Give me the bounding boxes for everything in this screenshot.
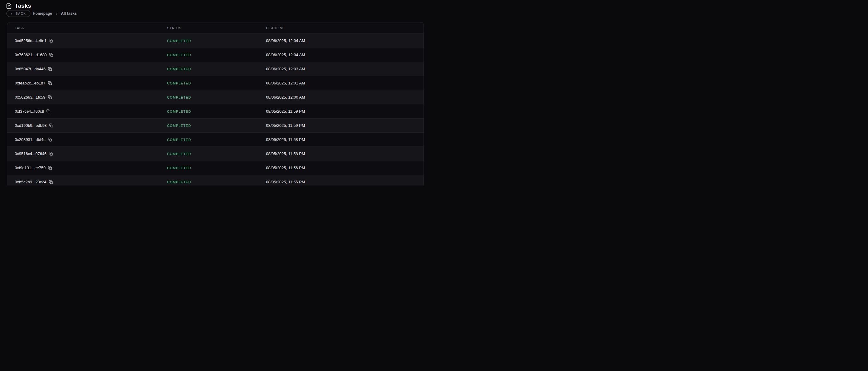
breadcrumb-item-homepage[interactable]: Homepage [33,11,52,16]
status-value: COMPLETED [167,39,266,43]
page-title: Tasks [15,2,31,9]
column-header-deadline: DEADLINE [266,26,416,30]
task-cell: 0x562b63...1fc59 [15,95,167,99]
task-hash: 0xf9e131...ee759 [15,165,45,170]
table-row[interactable]: 0x9516c4...07646 COMPLETED 08/05/2025, 1… [7,147,424,161]
column-header-task: TASK [15,26,167,30]
deadline-value: 08/05/2025, 11:56 PM [266,180,416,184]
breadcrumb: Homepage All tasks [33,11,77,16]
task-cell: 0xf37ce4...f60c8 [15,109,167,114]
task-hash: 0x9516c4...07646 [15,151,46,156]
copy-icon [48,95,52,99]
table-row[interactable]: 0xd5256c...4e8e1 COMPLETED 08/06/2025, 1… [7,34,424,48]
status-value: COMPLETED [167,82,266,85]
status-value: COMPLETED [167,152,266,156]
task-hash: 0xd5256c...4e8e1 [15,38,46,43]
back-button[interactable]: BACK [6,10,30,17]
tasks-table: TASK STATUS DEADLINE 0xd5256c...4e8e1 CO… [7,22,424,185]
table-row[interactable]: 0x65947f...da446 COMPLETED 08/06/2025, 1… [7,62,424,76]
deadline-value: 08/06/2025, 12:01 AM [266,81,416,85]
deadline-value: 08/06/2025, 12:03 AM [266,67,416,71]
back-label: BACK [16,12,26,16]
status-value: COMPLETED [167,53,266,57]
copy-button[interactable] [49,123,53,127]
copy-icon [49,123,53,127]
task-cell: 0x65947f...da446 [15,67,167,71]
check-square-icon [6,3,12,9]
breadcrumb-item-all-tasks: All tasks [61,11,77,16]
deadline-value: 08/05/2025, 11:59 PM [266,123,416,128]
nav-row: BACK Homepage All tasks [6,10,77,17]
table-row[interactable]: 0xf37ce4...f60c8 COMPLETED 08/05/2025, 1… [7,104,424,119]
deadline-value: 08/06/2025, 12:04 AM [266,38,416,43]
copy-icon [49,152,53,156]
task-cell: 0x203931...dbf4c [15,137,167,142]
task-hash: 0x562b63...1fc59 [15,95,45,99]
copy-button[interactable] [49,180,53,184]
table-row[interactable]: 0xfeab2c...eb1d7 COMPLETED 08/06/2025, 1… [7,76,424,90]
copy-button[interactable] [48,166,52,170]
deadline-value: 08/05/2025, 11:56 PM [266,165,416,170]
table-row[interactable]: 0x562b63...1fc59 COMPLETED 08/06/2025, 1… [7,90,424,104]
table-row[interactable]: 0xb5c2b9...23c24 COMPLETED 08/05/2025, 1… [7,175,424,185]
copy-button[interactable] [48,67,52,71]
task-cell: 0x763621...d1680 [15,53,167,57]
task-hash: 0x763621...d1680 [15,53,47,57]
table-row[interactable]: 0x203931...dbf4c COMPLETED 08/05/2025, 1… [7,133,424,147]
copy-icon [49,53,53,57]
copy-button[interactable] [48,137,52,142]
copy-button[interactable] [48,81,52,85]
copy-button[interactable] [48,95,52,99]
deadline-value: 08/05/2025, 11:58 PM [266,151,416,156]
chevron-left-icon [10,12,13,16]
task-hash: 0xf37ce4...f60c8 [15,109,44,114]
status-value: COMPLETED [167,124,266,127]
copy-icon [48,166,52,170]
task-hash: 0xd190b9...edb98 [15,123,47,128]
chevron-right-icon [55,12,58,16]
deadline-value: 08/05/2025, 11:58 PM [266,137,416,142]
table-row[interactable]: 0xf9e131...ee759 COMPLETED 08/05/2025, 1… [7,161,424,175]
status-value: COMPLETED [167,95,266,99]
task-hash: 0xfeab2c...eb1d7 [15,81,45,85]
copy-button[interactable] [49,39,53,43]
copy-icon [48,81,52,85]
task-hash: 0xb5c2b9...23c24 [15,180,46,184]
task-cell: 0xfeab2c...eb1d7 [15,81,167,85]
status-value: COMPLETED [167,166,266,170]
copy-button[interactable] [49,152,53,156]
copy-icon [49,39,53,43]
table-header: TASK STATUS DEADLINE [7,23,424,34]
task-cell: 0xf9e131...ee759 [15,165,167,170]
copy-button[interactable] [46,109,50,113]
task-cell: 0xd5256c...4e8e1 [15,38,167,43]
task-cell: 0xd190b9...edb98 [15,123,167,128]
status-value: COMPLETED [167,67,266,71]
task-cell: 0x9516c4...07646 [15,151,167,156]
column-header-status: STATUS [167,26,266,30]
table-row[interactable]: 0xd190b9...edb98 COMPLETED 08/05/2025, 1… [7,119,424,133]
task-hash: 0x65947f...da446 [15,67,45,71]
status-value: COMPLETED [167,138,266,142]
status-value: COMPLETED [167,180,266,184]
copy-button[interactable] [49,53,53,57]
page-header: Tasks [6,2,31,9]
task-cell: 0xb5c2b9...23c24 [15,180,167,184]
task-hash: 0x203931...dbf4c [15,137,45,142]
table-row[interactable]: 0x763621...d1680 COMPLETED 08/06/2025, 1… [7,48,424,62]
copy-icon [48,137,52,142]
deadline-value: 08/05/2025, 11:59 PM [266,109,416,114]
task-table-body: 0xd5256c...4e8e1 COMPLETED 08/06/2025, 1… [7,34,424,185]
deadline-value: 08/06/2025, 12:00 AM [266,95,416,99]
copy-icon [46,109,50,113]
copy-icon [48,67,52,71]
copy-icon [49,180,53,184]
deadline-value: 08/06/2025, 12:04 AM [266,53,416,57]
status-value: COMPLETED [167,110,266,113]
